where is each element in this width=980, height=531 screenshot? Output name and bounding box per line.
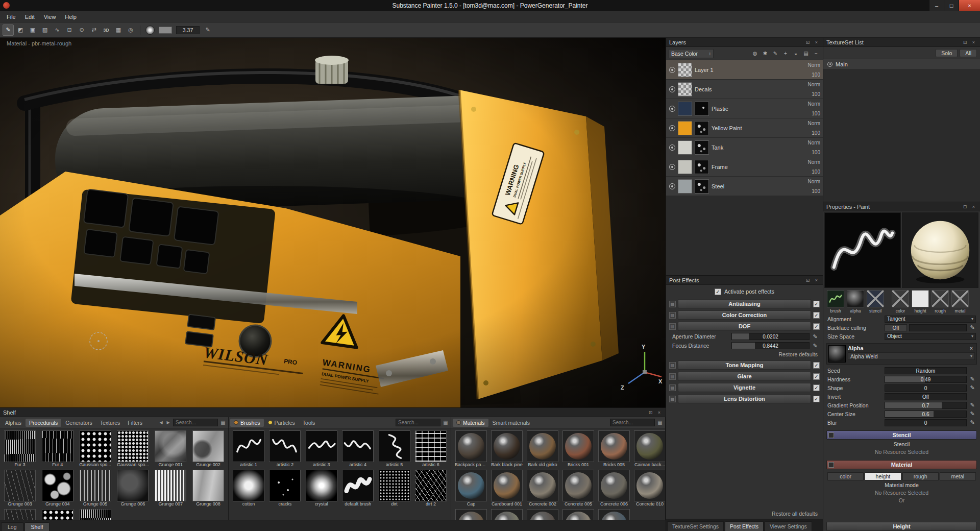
edit-brush-icon[interactable]: ✎ xyxy=(202,25,213,36)
shelf-resource-item[interactable]: Grunge 001 xyxy=(154,430,187,468)
smudge-tool-icon[interactable]: ∿ xyxy=(52,25,63,36)
resource-thumbnail[interactable] xyxy=(80,470,111,501)
shelf-resource-item[interactable]: Caiman back... xyxy=(633,430,665,468)
material-thumbnail[interactable] xyxy=(562,430,594,462)
layer-thumbnail[interactable] xyxy=(678,179,692,194)
layer-visibility-toggle[interactable] xyxy=(669,67,675,73)
material-thumbnail[interactable] xyxy=(598,470,630,501)
view-mode-icon[interactable]: ▦ xyxy=(656,420,664,425)
resource-thumbnail[interactable] xyxy=(192,470,224,501)
resource-thumbnail[interactable] xyxy=(342,470,374,501)
shelf-resource-item[interactable]: Gaussian spo... xyxy=(79,430,112,468)
layer-row[interactable]: Yellow Paint Norm 100 xyxy=(666,118,823,138)
resource-thumbnail[interactable] xyxy=(155,470,186,501)
material-thumbnail[interactable] xyxy=(455,470,487,501)
paint-tool-icon[interactable]: ✎ xyxy=(3,25,14,36)
layer-row[interactable]: Frame Norm 100 xyxy=(666,157,823,177)
resource-thumbnail[interactable] xyxy=(269,470,301,501)
edit-value-icon[interactable]: ✎ xyxy=(969,324,976,331)
layer-mask-thumbnail[interactable] xyxy=(695,102,709,116)
parameter-slider[interactable]: 0.6 xyxy=(885,411,967,418)
textureset-row[interactable]: Main xyxy=(823,59,980,69)
close-panel-icon[interactable]: × xyxy=(656,410,663,415)
layer-thumbnail[interactable] xyxy=(678,63,692,77)
search-input[interactable] xyxy=(173,419,218,426)
close-button[interactable]: × xyxy=(959,0,980,11)
channel-slot[interactable]: rough xyxy=(931,290,949,313)
prev-tabs-icon[interactable]: ◀ xyxy=(158,420,164,425)
backface-culling-toggle[interactable]: Off xyxy=(885,324,907,331)
parameter-slider[interactable]: 0.7 xyxy=(885,402,967,409)
close-panel-icon[interactable]: × xyxy=(813,40,820,45)
layer-blend-mode[interactable]: Norm xyxy=(808,179,820,184)
backface-culling-slider[interactable] xyxy=(909,324,967,331)
add-mask-icon[interactable]: ◍ xyxy=(751,50,759,58)
layer-row[interactable]: Steel Norm 100 xyxy=(666,177,823,196)
layer-blend-mode[interactable]: Norm xyxy=(808,101,820,107)
resource-thumbnail[interactable] xyxy=(4,509,36,520)
material-channel-button[interactable]: rough xyxy=(902,472,939,480)
restore-button[interactable]: □ xyxy=(944,0,959,11)
shelf-resource-item[interactable]: crystal xyxy=(305,470,338,507)
post-effect-enabled-checkbox[interactable]: ✓ xyxy=(813,301,820,307)
layer-visibility-toggle[interactable] xyxy=(669,86,675,92)
dock-tab[interactable]: Log xyxy=(1,522,23,531)
material-thumbnail[interactable] xyxy=(455,509,487,520)
shelf-resource-item[interactable]: Grunge 006 xyxy=(116,470,150,507)
parameter-slider[interactable]: 0 xyxy=(885,384,967,392)
channel-slot[interactable]: metal xyxy=(951,290,969,313)
shelf-resource-item[interactable]: default brush xyxy=(341,470,375,507)
shelf-resource-item[interactable] xyxy=(454,509,488,520)
material-section-header[interactable]: Material xyxy=(826,460,977,469)
layer-visibility-toggle[interactable] xyxy=(669,125,675,131)
resource-thumbnail[interactable] xyxy=(379,430,410,462)
activate-post-effects-checkbox[interactable]: ✓ xyxy=(715,288,721,295)
layer-row[interactable]: Tank Norm 100 xyxy=(666,138,823,157)
shelf-resource-item[interactable]: Grunge 004 xyxy=(41,470,75,507)
post-effect-enabled-checkbox[interactable]: ✓ xyxy=(813,396,820,402)
material-thumbnail[interactable] xyxy=(562,470,594,501)
resource-thumbnail[interactable] xyxy=(42,470,74,501)
add-paint-effect-icon[interactable]: ✎ xyxy=(771,50,779,58)
shelf-resource-item[interactable]: Cap xyxy=(454,470,488,507)
layer-blend-mode[interactable]: Norm xyxy=(808,140,820,146)
layer-row[interactable]: Layer 1 Norm 100 xyxy=(666,60,823,80)
shelf-resource-item[interactable]: Bricks 001 xyxy=(561,430,595,468)
layer-blend-mode[interactable]: Norm xyxy=(808,82,820,87)
material-thumbnail[interactable] xyxy=(634,430,665,462)
channel-slot[interactable]: brush xyxy=(826,290,845,313)
material-thumbnail[interactable] xyxy=(491,430,523,462)
shelf-resource-item[interactable] xyxy=(597,509,631,520)
shelf-resource-item[interactable]: Fur 3 xyxy=(3,430,37,468)
menu-item[interactable]: Edit xyxy=(20,13,39,21)
edit-value-icon[interactable]: ✎ xyxy=(969,411,976,417)
shelf-resource-item[interactable]: Backpack pad... xyxy=(454,430,488,468)
layer-blend-mode[interactable]: Norm xyxy=(808,159,820,165)
minimize-button[interactable]: – xyxy=(929,0,944,11)
shelf-resource-item[interactable]: Concrete 005 xyxy=(561,470,595,507)
material-picker-icon[interactable]: ⊙ xyxy=(76,25,87,36)
projection-tool-icon[interactable]: ▣ xyxy=(27,25,38,36)
edit-value-icon[interactable]: ✎ xyxy=(812,343,819,349)
resource-thumbnail[interactable] xyxy=(80,430,111,462)
stencil-section-header[interactable]: Stencil xyxy=(826,430,977,440)
material-section-checkbox[interactable] xyxy=(828,462,834,468)
resource-thumbnail[interactable] xyxy=(192,430,224,462)
layer-opacity[interactable]: 100 xyxy=(812,91,820,97)
shelf-tab[interactable]: Alphas xyxy=(2,419,25,427)
shelf-resource-item[interactable] xyxy=(79,509,112,520)
alpha-preview-thumbnail[interactable] xyxy=(828,345,846,363)
shelf-tab[interactable]: Smart materials xyxy=(489,419,534,427)
channel-thumbnail[interactable] xyxy=(951,290,969,307)
layer-opacity[interactable]: 100 xyxy=(812,130,820,136)
resource-thumbnail[interactable] xyxy=(117,430,149,462)
shelf-resource-item[interactable]: dirt 2 xyxy=(414,470,448,507)
post-effect-enabled-checkbox[interactable]: ✓ xyxy=(813,384,820,391)
edit-value-icon[interactable]: ✎ xyxy=(812,333,819,340)
stencil-section-checkbox[interactable] xyxy=(828,432,834,438)
channel-thumbnail[interactable] xyxy=(827,290,844,307)
material-thumbnail[interactable] xyxy=(527,509,558,520)
next-tabs-icon[interactable]: ▶ xyxy=(165,420,172,425)
layer-opacity[interactable]: 100 xyxy=(812,150,820,155)
brush-swatch[interactable] xyxy=(159,27,172,34)
